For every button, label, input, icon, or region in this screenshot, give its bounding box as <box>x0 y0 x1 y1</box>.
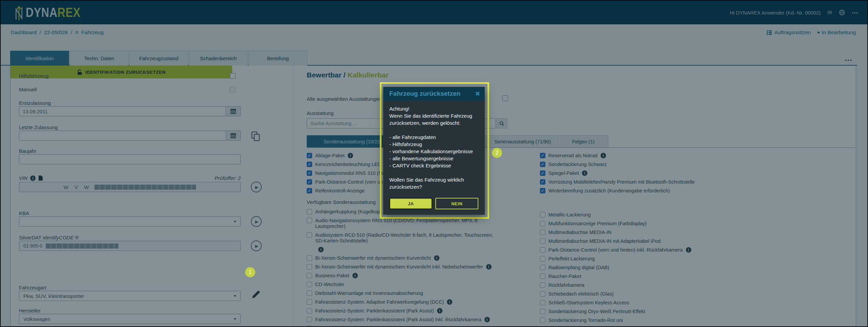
confirm-yes-button[interactable]: JA <box>389 198 432 209</box>
modal-text-line <box>389 126 479 134</box>
modal-text-line: - vorhandene Kalkulationsergebnisse <box>389 148 479 155</box>
modal-buttons: JA NEIN <box>389 198 478 209</box>
annotation-step-1: 1 <box>245 267 255 277</box>
modal-text-line: - CARTV check Ergebnisse <box>389 162 479 169</box>
modal-header: Fahrzeug zurücksetzen ✖ <box>383 87 485 100</box>
modal-text-line: zurücksetzen? <box>389 183 479 190</box>
confirm-no-button[interactable]: NEIN <box>435 198 478 209</box>
app-window: DYNAREX Hi DYNAREX Anwender (Kd.-Nr. 000… <box>0 0 868 327</box>
modal-body: Achtung!Wenn Sie das identifizierte Fahr… <box>383 100 485 190</box>
annotation-step-2: 2 <box>492 148 502 158</box>
modal-text-line: Achtung! <box>389 105 479 112</box>
modal-text-line: - alle Fahrzeugdaten <box>389 134 479 141</box>
modal-text-line: - alle Bewertungsergebnisse <box>389 155 479 162</box>
close-icon[interactable]: ✖ <box>475 90 480 97</box>
modal-text-line: Wollen Sie das Fahrzeug wirklich <box>389 176 479 183</box>
modal-title: Fahrzeug zurücksetzen <box>389 90 475 97</box>
reset-vehicle-modal: Fahrzeug zurücksetzen ✖ Achtung!Wenn Sie… <box>383 87 485 215</box>
modal-text-line: Wenn Sie das identifizierte Fahrzeug <box>389 112 479 119</box>
modal-text-line: zurücksetzen, werden gelöscht: <box>389 119 479 126</box>
modal-text-line <box>389 169 479 176</box>
modal-text-line: - Hilfsfahrzeug <box>389 141 479 148</box>
